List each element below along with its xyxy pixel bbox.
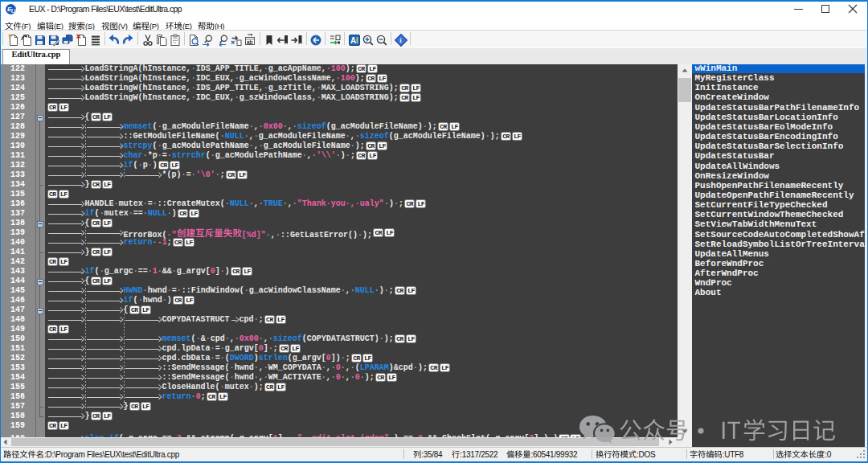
- svg-text:U: U: [11, 7, 16, 14]
- svg-text:ab: ab: [247, 39, 253, 45]
- svg-text:A: A: [350, 36, 356, 45]
